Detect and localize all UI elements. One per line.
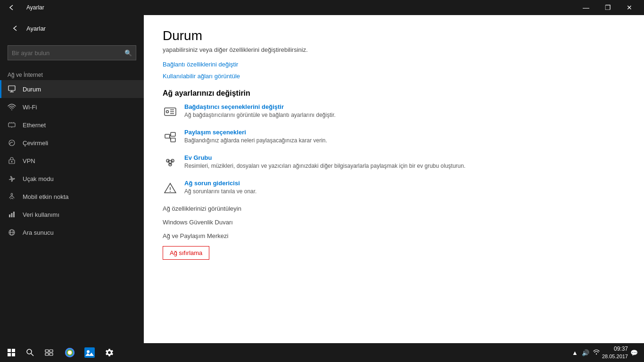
svg-rect-37 bbox=[8, 349, 11, 352]
taskbar-time-value: 09:37 bbox=[602, 345, 628, 353]
svg-rect-38 bbox=[12, 349, 15, 352]
sidebar-section-label: Ağ ve İnternet bbox=[0, 68, 144, 80]
settings-item-evgrubu: Ev Grubu Resimleri, müzikleri, dosyaları… bbox=[163, 154, 625, 170]
svg-rect-39 bbox=[8, 353, 11, 356]
evgrubu-title[interactable]: Ev Grubu bbox=[184, 154, 465, 161]
svg-rect-25 bbox=[171, 132, 175, 136]
paylasim-title[interactable]: Paylaşım seçenekleri bbox=[184, 129, 327, 136]
sidebar-item-vpn[interactable]: VPN bbox=[0, 152, 144, 170]
evgrubu-text: Ev Grubu Resimleri, müzikleri, dosyaları… bbox=[184, 154, 465, 170]
svg-point-11 bbox=[11, 161, 13, 163]
svg-point-51 bbox=[87, 350, 90, 353]
taskbar-app-settings[interactable] bbox=[100, 343, 119, 362]
sidebar-item-cevirmeli[interactable]: Çevirmeli bbox=[0, 134, 144, 152]
bagdastirici-text: Bağdaştırıcı seçeneklerini değiştir Ağ b… bbox=[184, 103, 336, 119]
evgrubu-desc: Resimleri, müzikleri, dosyaları ve yazıc… bbox=[184, 162, 465, 170]
sidebar-item-label-mobil: Mobil etkin nokta bbox=[23, 193, 69, 200]
sidebar-item-label-proxy: Ara sunucu bbox=[23, 229, 54, 236]
titlebar-left: Ayarlar bbox=[4, 0, 44, 15]
taskview-button[interactable] bbox=[40, 343, 58, 362]
svg-point-9 bbox=[9, 140, 15, 146]
volume-icon[interactable]: 🔊 bbox=[580, 349, 591, 356]
settings-item-sorun: Ağ sorun gidericisi Ağ sorunlarını tanıl… bbox=[163, 180, 625, 196]
taskbar-date-value: 28.05.2017 bbox=[602, 353, 628, 360]
titlebar: Ayarlar — ❐ ✕ bbox=[0, 0, 644, 15]
sidebar-item-mobil[interactable]: Mobil etkin nokta bbox=[0, 188, 144, 206]
sidebar-item-label-durum: Durum bbox=[23, 86, 41, 93]
sidebar-item-label-ethernet: Ethernet bbox=[23, 122, 46, 129]
notification-icon[interactable]: 💬 bbox=[629, 349, 639, 356]
svg-rect-40 bbox=[12, 353, 15, 356]
paylasim-text: Paylaşım seçenekleri Bağlandığınız ağlar… bbox=[184, 129, 327, 145]
taskbar-clock[interactable]: 09:37 28.05.2017 bbox=[602, 345, 628, 360]
search-input[interactable] bbox=[12, 49, 124, 57]
svg-point-3 bbox=[11, 109, 12, 110]
settings-item-paylasim: Paylaşım seçenekleri Bağlandığınız ağlar… bbox=[163, 129, 625, 145]
sidebar-title: Ayarlar bbox=[26, 25, 46, 32]
link-paylasim-merkezi[interactable]: Ağ ve Paylaşım Merkezi bbox=[163, 232, 625, 239]
sidebar-item-label-veri: Veri kullanımı bbox=[23, 211, 59, 218]
paylasim-icon bbox=[163, 130, 178, 145]
svg-line-42 bbox=[31, 354, 33, 356]
proxy-icon bbox=[8, 228, 16, 237]
hotspot-icon bbox=[8, 192, 16, 201]
sidebar: Ayarlar 🔍 Ağ ve İnternet Durum bbox=[0, 15, 144, 343]
bagdastirici-title[interactable]: Bağdaştırıcı seçeneklerini değiştir bbox=[184, 103, 336, 110]
app-title: Ayarlar bbox=[26, 4, 44, 11]
bagdastirici-icon bbox=[163, 104, 178, 119]
sidebar-item-veri[interactable]: Veri kullanımı bbox=[0, 206, 144, 223]
svg-point-36 bbox=[170, 191, 171, 192]
restore-button[interactable]: ❐ bbox=[597, 0, 619, 15]
sidebar-header: Ayarlar bbox=[0, 15, 144, 41]
search-container: 🔍 bbox=[0, 41, 144, 68]
svg-rect-12 bbox=[11, 193, 13, 196]
svg-rect-14 bbox=[11, 213, 13, 217]
search-box[interactable]: 🔍 bbox=[8, 45, 136, 60]
svg-rect-15 bbox=[13, 212, 15, 217]
vpn-icon bbox=[8, 156, 16, 165]
sidebar-back-button[interactable] bbox=[8, 21, 23, 36]
sidebar-item-ucak[interactable]: Uçak modu bbox=[0, 170, 144, 188]
link-ozellikler[interactable]: Ağ özelliklerinizi görüntüleyin bbox=[163, 205, 625, 212]
airplane-icon bbox=[8, 174, 16, 183]
link-baglanti[interactable]: Bağlantı özelliklerini değiştir bbox=[163, 61, 625, 68]
minimize-button[interactable]: — bbox=[575, 0, 597, 15]
sorun-desc: Ağ sorunlarını tanıla ve onar. bbox=[184, 188, 256, 196]
sidebar-item-proxy[interactable]: Ara sunucu bbox=[0, 223, 144, 241]
data-icon bbox=[8, 210, 16, 219]
taskbar-apps bbox=[60, 343, 119, 362]
ethernet-icon bbox=[8, 121, 16, 129]
svg-rect-44 bbox=[50, 350, 53, 352]
search-button[interactable] bbox=[21, 343, 40, 362]
svg-point-49 bbox=[68, 351, 72, 354]
svg-rect-45 bbox=[45, 353, 49, 355]
sidebar-item-wifi[interactable]: Wi-Fi bbox=[0, 98, 144, 116]
link-aglari[interactable]: Kullanılabilir ağları görüntüle bbox=[163, 73, 625, 80]
svg-rect-24 bbox=[165, 134, 170, 138]
sorun-icon bbox=[163, 181, 178, 196]
sorun-text: Ağ sorun gidericisi Ağ sorunlarını tanıl… bbox=[184, 180, 256, 196]
svg-point-41 bbox=[27, 349, 32, 354]
back-button[interactable] bbox=[4, 0, 19, 15]
sorun-title[interactable]: Ağ sorun gidericisi bbox=[184, 180, 256, 187]
paylasim-desc: Bağlandığınız ağlarda neleri paylaşacağı… bbox=[184, 137, 327, 145]
taskbar-app-chrome[interactable] bbox=[60, 343, 79, 362]
taskbar-app-photo[interactable] bbox=[80, 343, 99, 362]
reset-button[interactable]: Ağ sıfırlama bbox=[163, 246, 209, 260]
svg-rect-13 bbox=[9, 214, 10, 217]
svg-rect-0 bbox=[8, 86, 15, 90]
sidebar-item-label-vpn: VPN bbox=[23, 157, 35, 165]
close-button[interactable]: ✕ bbox=[619, 0, 640, 15]
durum-icon bbox=[8, 85, 16, 93]
network-icon[interactable] bbox=[592, 349, 601, 356]
svg-rect-50 bbox=[84, 347, 95, 358]
svg-rect-26 bbox=[171, 138, 175, 142]
sidebar-item-durum[interactable]: Durum bbox=[0, 80, 144, 98]
start-button[interactable] bbox=[2, 343, 21, 362]
chevron-icon[interactable]: ▲ bbox=[570, 349, 579, 356]
sidebar-item-ethernet[interactable]: Ethernet bbox=[0, 116, 144, 134]
link-guvenlik[interactable]: Windows Güvenlik Duvarı bbox=[163, 219, 625, 226]
bagdastirici-desc: Ağ bağdaştırıcılarını görüntüle ve bağla… bbox=[184, 111, 336, 119]
svg-point-20 bbox=[166, 111, 169, 113]
page-subtitle: yapabilirsiniz veya diğer özelliklerini … bbox=[163, 46, 625, 53]
